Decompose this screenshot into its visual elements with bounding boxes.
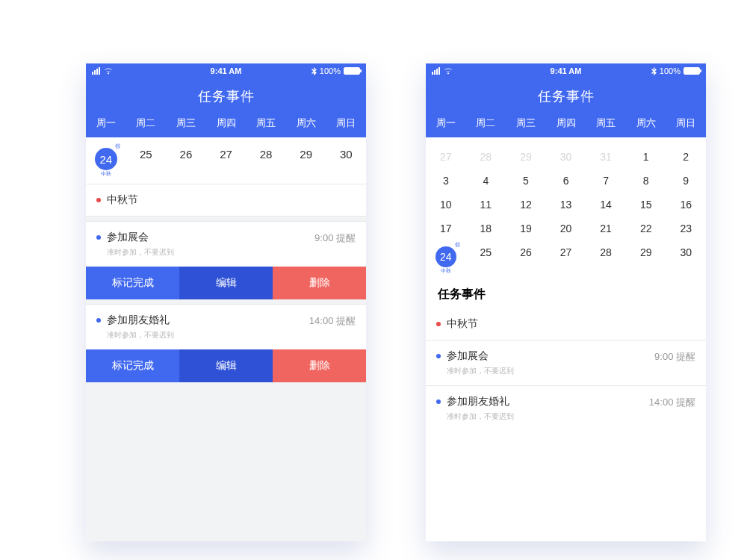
date-cell[interactable]: 2 <box>666 151 706 163</box>
status-bar: 9:41 AM 100% <box>86 63 366 78</box>
date-cell[interactable]: 25 <box>126 148 167 170</box>
task-note: 准时参加，不要迟到 <box>447 366 647 376</box>
date-cell[interactable]: 27 <box>546 246 586 267</box>
date-cell[interactable]: 28 <box>466 151 506 163</box>
date-cell[interactable]: 8 <box>626 175 666 187</box>
date-cell[interactable]: 21 <box>586 223 626 234</box>
date-cell[interactable]: 29 <box>286 148 326 170</box>
weekday-header: 周一周二周三周四周五周六周日 <box>86 113 366 137</box>
task-note: 准时参加，不要迟到 <box>107 330 302 340</box>
phone-week-view: 9:41 AM 100% 任务事件 周一周二周三周四周五周六周日 24假中秋25… <box>86 63 366 541</box>
weekday-label: 周六 <box>286 116 326 130</box>
date-cell[interactable]: 29 <box>506 151 546 163</box>
date-cell[interactable]: 25 <box>466 246 506 267</box>
date-cell[interactable]: 10 <box>426 199 466 211</box>
calendar-row: 24假中秋252627282930 <box>426 240 706 273</box>
date-cell[interactable]: 5 <box>506 175 546 187</box>
task-title: 参加展会 <box>447 349 647 363</box>
task-item[interactable]: 参加展会准时参加，不要迟到9:00 提醒标记完成编辑删除 <box>86 221 366 299</box>
task-dot-icon <box>436 322 441 326</box>
status-bar: 9:41 AM 100% <box>426 63 706 78</box>
date-cell[interactable]: 15 <box>626 199 666 211</box>
page-title: 任务事件 <box>86 87 366 105</box>
task-title: 参加朋友婚礼 <box>107 314 302 327</box>
mark-complete-button[interactable]: 标记完成 <box>86 349 179 382</box>
date-cell[interactable]: 1 <box>626 151 666 163</box>
date-cell[interactable]: 30 <box>666 246 706 267</box>
task-row[interactable]: 参加朋友婚礼准时参加，不要迟到14:00 提醒 <box>426 386 706 431</box>
battery-icon <box>684 67 700 75</box>
task-actions: 标记完成编辑删除 <box>86 267 366 299</box>
date-cell[interactable]: 13 <box>546 199 586 211</box>
task-note: 准时参加，不要迟到 <box>447 411 642 422</box>
task-row[interactable]: 参加朋友婚礼准时参加，不要迟到14:00 提醒 <box>86 305 366 349</box>
date-cell[interactable]: 6 <box>546 175 586 187</box>
date-cell[interactable]: 18 <box>466 223 506 234</box>
task-dot-icon <box>96 198 101 202</box>
page-title: 任务事件 <box>426 87 706 105</box>
battery-icon <box>344 67 360 75</box>
month-calendar: 2728293031123456789101112131415161718192… <box>426 137 706 278</box>
date-cell[interactable]: 14 <box>586 199 626 211</box>
task-note: 准时参加，不要迟到 <box>107 247 307 258</box>
date-cell[interactable]: 7 <box>586 175 626 187</box>
task-row[interactable]: 中秋节 <box>426 308 706 340</box>
date-cell[interactable]: 4 <box>466 175 506 187</box>
date-cell[interactable]: 28 <box>586 246 626 267</box>
task-item[interactable]: 参加朋友婚礼准时参加，不要迟到14:00 提醒标记完成编辑删除 <box>86 304 366 382</box>
task-row[interactable]: 参加展会准时参加，不要迟到9:00 提醒 <box>426 340 706 386</box>
weekday-label: 周五 <box>246 116 286 130</box>
date-cell[interactable]: 16 <box>666 199 706 211</box>
task-time: 14:00 提醒 <box>309 314 356 328</box>
task-dot-icon <box>436 399 441 404</box>
date-cell[interactable]: 26 <box>166 148 206 170</box>
date-cell[interactable]: 22 <box>626 223 666 234</box>
date-cell[interactable]: 3 <box>426 175 466 187</box>
weekday-label: 周四 <box>546 116 586 130</box>
calendar-row: 17181920212223 <box>426 217 706 240</box>
edit-button[interactable]: 编辑 <box>179 267 273 299</box>
task-actions: 标记完成编辑删除 <box>86 349 366 382</box>
phone-month-view: 9:41 AM 100% 任务事件 周一周二周三周四周五周六周日 2728293… <box>426 63 706 541</box>
status-time: 9:41 AM <box>426 66 706 75</box>
date-cell[interactable]: 30 <box>326 148 366 170</box>
task-item[interactable]: 中秋节 <box>86 184 366 217</box>
weekday-label: 周日 <box>326 116 366 130</box>
date-cell[interactable]: 30 <box>546 151 586 163</box>
task-time: 9:00 提醒 <box>314 231 356 245</box>
date-cell[interactable]: 12 <box>506 199 546 211</box>
task-row[interactable]: 中秋节 <box>86 184 366 217</box>
date-cell[interactable]: 11 <box>466 199 506 211</box>
edit-button[interactable]: 编辑 <box>179 349 273 382</box>
date-cell[interactable]: 28 <box>246 148 286 170</box>
mark-complete-button[interactable]: 标记完成 <box>86 267 179 299</box>
task-title: 中秋节 <box>107 193 356 207</box>
date-cell[interactable]: 20 <box>546 223 586 234</box>
task-row[interactable]: 参加展会准时参加，不要迟到9:00 提醒 <box>86 222 366 267</box>
date-cell[interactable]: 17 <box>426 223 466 234</box>
weekday-label: 周三 <box>506 116 546 130</box>
date-cell[interactable]: 9 <box>666 175 706 187</box>
date-cell[interactable]: 31 <box>586 151 626 163</box>
weekday-label: 周日 <box>666 116 706 130</box>
task-title: 中秋节 <box>447 317 695 331</box>
task-time: 14:00 提醒 <box>649 396 695 409</box>
weekday-label: 周三 <box>166 116 206 130</box>
weekday-label: 周四 <box>206 116 247 130</box>
app-header: 任务事件 <box>426 78 706 113</box>
date-cell[interactable]: 27 <box>206 148 247 170</box>
date-cell[interactable]: 23 <box>666 223 706 234</box>
date-cell[interactable]: 26 <box>506 246 546 267</box>
date-cell[interactable]: 24假中秋 <box>86 148 126 170</box>
tasks-section-title: 任务事件 <box>426 278 706 308</box>
date-cell[interactable]: 29 <box>626 246 666 267</box>
date-cell[interactable]: 24假中秋 <box>426 246 466 267</box>
delete-button[interactable]: 删除 <box>273 267 366 299</box>
weekday-label: 周六 <box>626 116 666 130</box>
delete-button[interactable]: 删除 <box>273 349 366 382</box>
date-cell[interactable]: 19 <box>506 223 546 234</box>
date-cell[interactable]: 27 <box>426 151 466 163</box>
app-header: 任务事件 <box>86 78 366 113</box>
weekday-label: 周二 <box>466 116 506 130</box>
weekday-label: 周一 <box>426 116 466 130</box>
